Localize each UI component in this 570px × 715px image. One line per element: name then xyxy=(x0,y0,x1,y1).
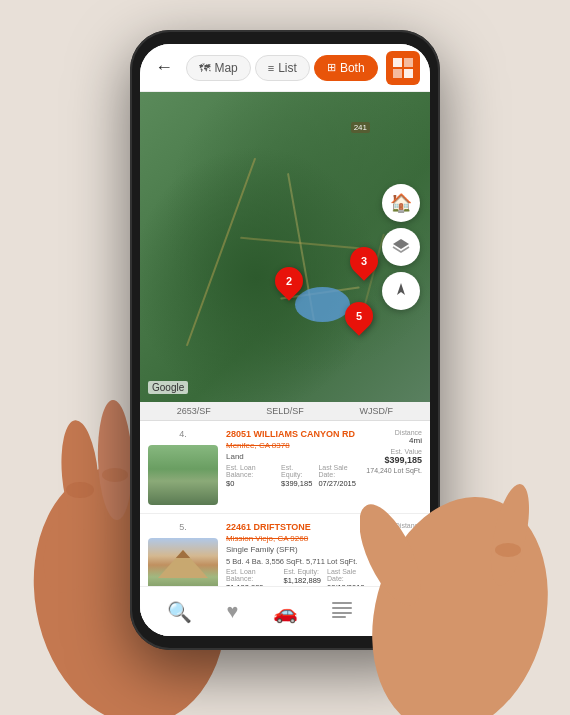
more-icon: ··· xyxy=(386,600,403,623)
thumb-land-bg xyxy=(148,445,218,505)
nav-more[interactable]: ··· xyxy=(378,596,411,627)
svg-marker-4 xyxy=(397,283,405,295)
equity-label-2: Est. Equity: xyxy=(283,568,321,575)
top-bar: ← 🗺 Map ≡ List ⊞ Both xyxy=(140,44,430,92)
car-icon: 🚗 xyxy=(273,600,298,624)
google-attribution: Google xyxy=(148,381,188,394)
svg-point-10 xyxy=(32,488,119,601)
dist-label-1: Distance xyxy=(366,429,422,436)
equity-value-2: $1,182,889 xyxy=(283,576,321,585)
est-label-2: Est. Value xyxy=(377,541,422,548)
listing-city-1: Menifee, CA 8378 xyxy=(226,441,358,450)
svg-rect-3 xyxy=(404,69,413,78)
listing-header: 2653/SF SELD/SF WJSD/F xyxy=(140,402,430,421)
beds-baths-2: 5 Bd. 4 Ba. 3,556 SqFt. 5,711 Lot SqFt. xyxy=(226,557,369,566)
map-pin-3[interactable]: 3 xyxy=(350,247,378,275)
listing-type-2: Single Family (SFR) xyxy=(226,545,369,554)
bottom-nav: 🔍 ♥ 🚗 xyxy=(140,586,430,636)
listing-address-2: 22461 DRIFTSTONE xyxy=(226,522,369,533)
svg-point-15 xyxy=(66,482,94,498)
est-value-1: $399,185 xyxy=(366,455,422,465)
sale-label-1: Last Sale Date: xyxy=(318,464,358,478)
heart-icon: ♥ xyxy=(226,600,238,623)
listing-type-1: Land xyxy=(226,452,358,461)
svg-rect-0 xyxy=(393,58,402,67)
location-icon xyxy=(391,281,411,301)
map-area[interactable]: 241 2 3 5 xyxy=(140,92,430,402)
svg-rect-5 xyxy=(332,602,352,604)
tab-list[interactable]: ≡ List xyxy=(255,55,310,81)
listing-info-1: 28051 WILLIAMS CANYON RD Menifee, CA 837… xyxy=(226,429,358,505)
listing-num-1: 4. xyxy=(179,429,187,439)
map-water xyxy=(295,287,350,322)
nav-favorites[interactable]: ♥ xyxy=(218,596,246,627)
sale-block-1: Last Sale Date: 07/27/2015 xyxy=(318,464,358,488)
listing-details-1: Est. Loan Balance: $0 Est. Equity: $399,… xyxy=(226,464,358,488)
list-lines-icon xyxy=(332,602,352,618)
layers-icon xyxy=(391,237,411,257)
tab-map-label: Map xyxy=(214,61,237,75)
col-3: WJSD/F xyxy=(331,406,422,416)
svg-rect-1 xyxy=(404,58,413,67)
list-icon: ≡ xyxy=(268,62,274,74)
both-icon: ⊞ xyxy=(327,61,336,74)
nav-search[interactable]: 🔍 xyxy=(159,596,200,628)
dist-label-2: Distance xyxy=(377,522,422,529)
loan-block-1: Est. Loan Balance: $0 xyxy=(226,464,275,488)
svg-point-11 xyxy=(57,419,102,532)
svg-point-21 xyxy=(495,543,521,557)
svg-point-16 xyxy=(102,468,128,482)
equity-block-1: Est. Equity: $399,185 xyxy=(281,464,312,488)
col-2: SELD/SF xyxy=(239,406,330,416)
dist-value-1: 4mi xyxy=(366,436,422,445)
sale-label-2: Last Sale Date: xyxy=(327,568,369,582)
phone-screen: ← 🗺 Map ≡ List ⊞ Both xyxy=(140,44,430,636)
tab-list-label: List xyxy=(278,61,297,75)
svg-rect-6 xyxy=(332,607,352,609)
svg-rect-7 xyxy=(332,612,352,614)
lot-info-1: 174,240 Lot SqFt. xyxy=(366,467,422,474)
tab-both[interactable]: ⊞ Both xyxy=(314,55,378,81)
listing-city-2: Mission Viejo, CA 9268 xyxy=(226,534,369,543)
search-icon: 🔍 xyxy=(167,600,192,624)
map-icon: 🗺 xyxy=(199,62,210,74)
map-home-button[interactable]: 🏠 xyxy=(382,184,420,222)
svg-point-20 xyxy=(484,481,537,589)
loan-label-2: Est. Loan Balance: xyxy=(226,568,277,582)
est-label-1: Est. Value xyxy=(366,448,422,455)
svg-rect-2 xyxy=(393,69,402,78)
nav-car[interactable]: 🚗 xyxy=(265,596,306,628)
map-controls: 🏠 xyxy=(382,184,420,310)
loan-value-1: $0 xyxy=(226,479,275,488)
loan-label-1: Est. Loan Balance: xyxy=(226,464,275,478)
listing-num-2: 5. xyxy=(179,522,187,532)
dist-value-2: 4mi xyxy=(377,529,422,538)
road-label-241: 241 xyxy=(351,122,370,133)
listing-right-1: Distance 4mi Est. Value $399,185 174,240… xyxy=(366,429,422,505)
est-value-2: $1,182,889 xyxy=(377,548,422,558)
map-pin-2[interactable]: 2 xyxy=(275,267,303,295)
tab-group: 🗺 Map ≡ List ⊞ Both xyxy=(184,55,380,81)
sale-value-1: 07/27/2015 xyxy=(318,479,358,488)
map-layers-button[interactable] xyxy=(382,228,420,266)
logo-icon xyxy=(391,56,415,80)
listing-thumb-1 xyxy=(148,445,218,505)
app-container: ← 🗺 Map ≡ List ⊞ Both xyxy=(0,0,570,715)
svg-point-12 xyxy=(96,399,134,520)
map-location-button[interactable] xyxy=(382,272,420,310)
phone-frame: ← 🗺 Map ≡ List ⊞ Both xyxy=(130,30,440,650)
back-button[interactable]: ← xyxy=(150,54,178,82)
list-nav-icon xyxy=(332,600,352,623)
listing-card-1[interactable]: 4. 28051 WILLIAMS CANYON RD Menifee, CA … xyxy=(140,421,430,514)
equity-value-1: $399,185 xyxy=(281,479,312,488)
nav-list[interactable] xyxy=(324,596,360,627)
col-1: 2653/SF xyxy=(148,406,239,416)
listing-address-1: 28051 WILLIAMS CANYON RD xyxy=(226,429,358,440)
equity-label-1: Est. Equity: xyxy=(281,464,312,478)
svg-rect-8 xyxy=(332,616,346,618)
tab-map[interactable]: 🗺 Map xyxy=(186,55,250,81)
app-logo xyxy=(386,51,420,85)
map-pin-5[interactable]: 5 xyxy=(345,302,373,330)
tab-both-label: Both xyxy=(340,61,365,75)
